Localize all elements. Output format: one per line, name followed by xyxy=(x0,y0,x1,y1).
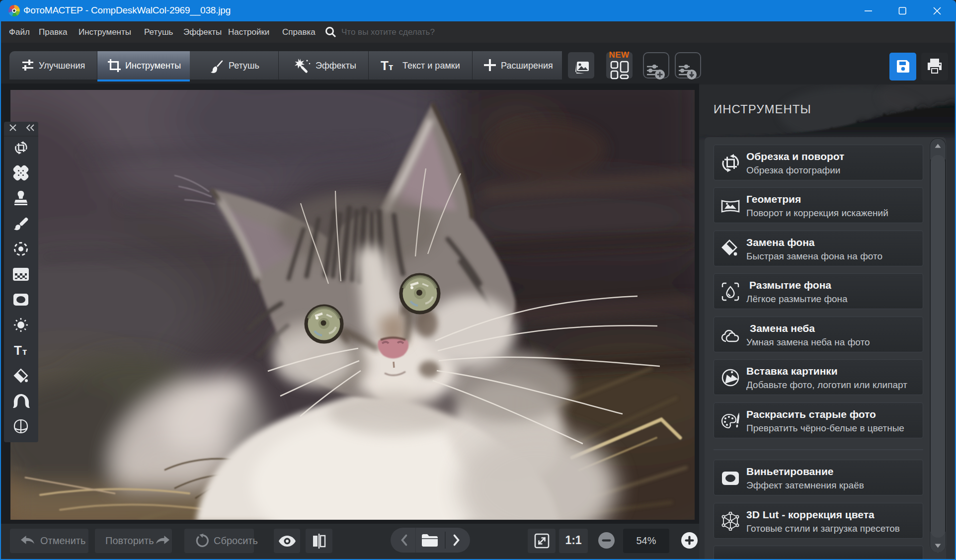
svg-text:T: T xyxy=(381,60,389,73)
svg-text:т: т xyxy=(22,346,27,357)
svg-text:т: т xyxy=(389,62,393,72)
svg-text:T: T xyxy=(14,343,22,358)
